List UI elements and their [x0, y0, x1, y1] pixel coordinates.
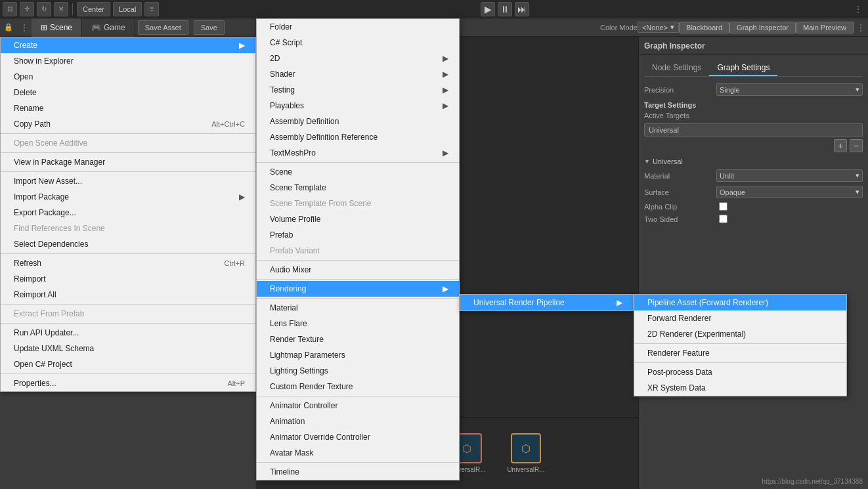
center-button[interactable]: Center — [77, 2, 110, 16]
graph-settings-tab[interactable]: Graph Settings — [709, 60, 777, 76]
local-button[interactable]: Local — [113, 2, 142, 16]
material-label: Material — [644, 172, 716, 180]
add-target-button[interactable]: + — [834, 139, 847, 152]
ctx2-assembly-def[interactable]: Assembly Definition — [257, 114, 459, 129]
ctx2-lighting-settings[interactable]: Lighting Settings — [257, 363, 459, 379]
alpha-clip-checkbox[interactable] — [719, 202, 727, 211]
ctx4-2d-renderer[interactable]: 2D Renderer (Experimental) — [634, 326, 846, 342]
ctx4-post-process-data[interactable]: Post-process Data — [634, 364, 846, 380]
toolbar-kebab[interactable]: ⋮ — [854, 4, 863, 14]
save-asset-button[interactable]: Save Asset — [138, 20, 188, 35]
plus-minus-row: + − — [644, 139, 863, 152]
ctx-import-new-asset[interactable]: Import New Asset... — [1, 173, 255, 189]
ctx-refresh[interactable]: Refresh Ctrl+R — [1, 255, 255, 271]
ctx2-lens-flare[interactable]: Lens Flare — [257, 316, 459, 331]
ctx2-animation[interactable]: Animation — [257, 414, 459, 429]
precision-select[interactable]: Single ▾ — [716, 83, 863, 96]
two-sided-checkbox[interactable] — [719, 215, 727, 223]
ctx2-csharp[interactable]: C# Script — [257, 35, 459, 51]
blackboard-button[interactable]: Blackboard — [679, 22, 729, 33]
ctx-open[interactable]: Open — [1, 69, 255, 85]
step-button[interactable]: ⏭ — [515, 2, 529, 16]
move-icon[interactable]: ✛ — [20, 2, 34, 16]
ctx2-lightmap-params[interactable]: Lightmap Parameters — [257, 347, 459, 363]
ctx2-textmeshpro[interactable]: TextMeshPro▶ — [257, 145, 459, 161]
surface-select[interactable]: Opaque ▾ — [716, 186, 863, 198]
tab-scene[interactable]: ⊞ Scene — [32, 18, 82, 37]
ctx2-prefab[interactable]: Prefab — [257, 227, 459, 243]
ctx-update-uxml[interactable]: Update UXML Schema — [1, 341, 255, 356]
surface-label: Surface — [644, 188, 716, 196]
precision-row: Precision Single ▾ — [644, 83, 863, 96]
graph-inspector-button[interactable]: Graph Inspector — [729, 22, 796, 33]
ctx-select-deps[interactable]: Select Dependencies — [1, 236, 255, 252]
ctx-delete[interactable]: Delete — [1, 85, 255, 100]
ctx2-audio-mixer[interactable]: Audio Mixer — [257, 262, 459, 278]
graph-kebab[interactable]: ⋮ — [856, 22, 865, 33]
ctx-run-api-updater[interactable]: Run API Updater... — [1, 325, 255, 341]
rotate-icon[interactable]: ↻ — [37, 2, 51, 16]
ctx-open-csharp[interactable]: Open C# Project — [1, 356, 255, 372]
ctx3-urp[interactable]: Universal Render Pipeline ▶ — [460, 295, 633, 310]
node-settings-tab[interactable]: Node Settings — [644, 60, 709, 76]
ctx2-volume-profile[interactable]: Volume Profile — [257, 211, 459, 227]
ctx4-renderer-feature[interactable]: Renderer Feature — [634, 345, 846, 361]
ctx4-pipeline-asset[interactable]: Pipeline Asset (Forward Renderer) — [634, 295, 846, 310]
ctx2-animator-controller[interactable]: Animator Controller — [257, 398, 459, 414]
ctx2-timeline[interactable]: Timeline — [257, 464, 459, 480]
triangle-icon: ▼ — [644, 158, 650, 165]
sep-c — [1, 171, 255, 172]
ctx2-render-texture[interactable]: Render Texture — [257, 331, 459, 347]
ctx2-custom-render-texture[interactable]: Custom Render Texture — [257, 379, 459, 394]
ctx2-folder[interactable]: Folder — [257, 19, 459, 35]
ctx-properties[interactable]: Properties... Alt+P — [1, 375, 255, 391]
material-select[interactable]: Unlit ▾ — [716, 169, 863, 182]
ctx-rename[interactable]: Rename — [1, 100, 255, 116]
ctx-view-package-manager[interactable]: View in Package Manager — [1, 154, 255, 170]
main-preview-button[interactable]: Main Preview — [796, 22, 854, 33]
create-label: Create — [14, 41, 37, 50]
sep-d — [1, 253, 255, 254]
ctx-create[interactable]: Create ▶ — [1, 37, 255, 53]
panel-kebab[interactable]: ⋮ — [20, 22, 29, 33]
pause-button[interactable]: ⏸ — [498, 2, 512, 16]
ctx-reimport[interactable]: Reimport — [1, 271, 255, 287]
ctx-reimport-all[interactable]: Reimport All — [1, 287, 255, 303]
ctx4-forward-renderer[interactable]: Forward Renderer — [634, 310, 846, 326]
sep1 — [72, 3, 73, 15]
ctx2-scene-template[interactable]: Scene Template — [257, 180, 459, 196]
tab-game[interactable]: 🎮 Game — [82, 18, 135, 37]
sep2c — [257, 279, 459, 280]
alpha-clip-label: Alpha Clip — [644, 203, 716, 211]
ctx2-scene[interactable]: Scene — [257, 164, 459, 180]
save-button[interactable]: Save — [194, 20, 225, 35]
ctx-export-package[interactable]: Export Package... — [1, 205, 255, 221]
ctx2-testing[interactable]: Testing▶ — [257, 82, 459, 98]
universal-section-header: ▼ Universal — [644, 158, 863, 165]
context-menu-4: Pipeline Asset (Forward Renderer) Forwar… — [634, 294, 847, 396]
ctx4-xr-system-data[interactable]: XR System Data — [634, 380, 846, 396]
chevron-down-icon: ▾ — [856, 85, 859, 94]
color-mode-select[interactable]: <None> ▾ — [638, 22, 679, 33]
rect-select-icon[interactable]: ⊡ — [3, 2, 17, 16]
color-mode-label: Color Mode — [600, 24, 638, 32]
remove-target-button[interactable]: − — [850, 139, 863, 152]
ctx2-rendering[interactable]: Rendering▶ — [257, 281, 459, 297]
ctx-copy-path[interactable]: Copy Path Alt+Ctrl+C — [1, 116, 255, 132]
chevron-down-icon2: ▾ — [856, 171, 859, 180]
play-button[interactable]: ▶ — [481, 2, 495, 16]
graph-inspector-title: Graph Inspector — [644, 41, 863, 51]
ctx2-animator-override[interactable]: Animator Override Controller — [257, 429, 459, 445]
ctx2-avatar-mask[interactable]: Avatar Mask — [257, 445, 459, 461]
ctx2-material[interactable]: Material — [257, 300, 459, 316]
ctx-import-package[interactable]: Import Package ▶ — [1, 189, 255, 205]
scene-icon: ⊞ — [41, 23, 47, 32]
ctx2-assembly-def-ref[interactable]: Assembly Definition Reference — [257, 129, 459, 145]
ctx2-playables[interactable]: Playables▶ — [257, 98, 459, 114]
ctx2-shader[interactable]: Shader▶ — [257, 66, 459, 82]
ctx2-2d[interactable]: 2D▶ — [257, 51, 459, 66]
ctx-show-explorer[interactable]: Show in Explorer — [1, 53, 255, 69]
sep2a — [257, 162, 459, 163]
grid-icon[interactable]: ≡ — [144, 2, 159, 16]
wrench-icon[interactable]: ✕ — [54, 2, 68, 16]
